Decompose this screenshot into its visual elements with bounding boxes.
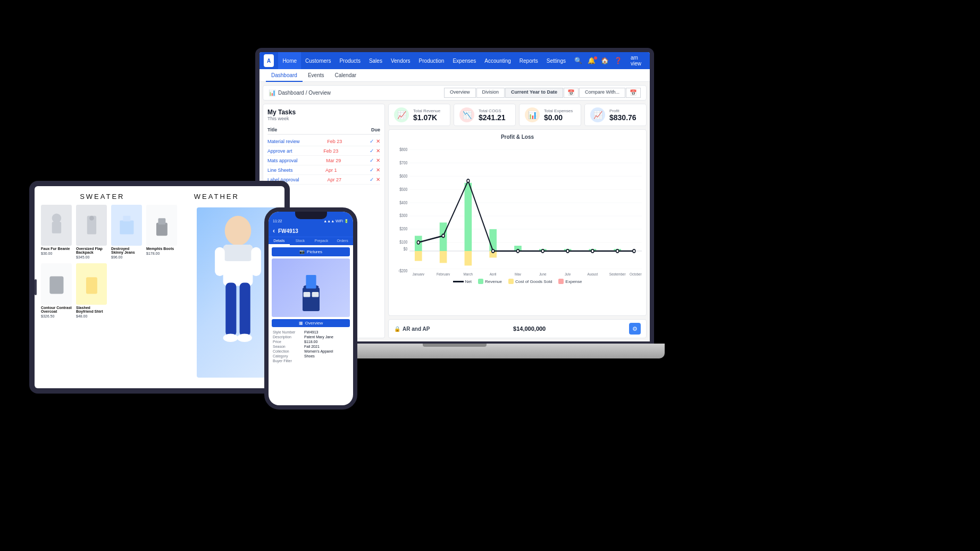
- tablet-product-name-4: Memphis Boots: [146, 247, 177, 251]
- legend-cogs-label: Cost of Goods Sold: [515, 279, 552, 284]
- svg-text:April: April: [490, 271, 497, 276]
- phone-tab-stock[interactable]: Stock: [290, 237, 311, 245]
- tasks-subtitle: This week: [267, 116, 380, 121]
- phone-pictures-btn[interactable]: 📷 Pictures: [272, 247, 350, 256]
- tab-current-ytd[interactable]: Current Year to Date: [505, 88, 563, 98]
- svg-point-34: [442, 234, 445, 237]
- tablet-product-img-2: [76, 205, 107, 246]
- tab-division[interactable]: Division: [476, 88, 505, 98]
- nav-sales[interactable]: Sales: [365, 52, 387, 69]
- tablet-product-price-4: $178.00: [146, 252, 177, 255]
- task-x-icon-5[interactable]: ✕: [376, 177, 380, 182]
- phone-back-btn[interactable]: ‹: [273, 227, 275, 235]
- task-name-2[interactable]: Approve art: [267, 148, 292, 154]
- svg-rect-65: [223, 245, 253, 261]
- svg-point-42: [633, 249, 635, 253]
- legend-expense-color: [558, 279, 564, 284]
- tablet-product-3: Destroyed Skinny Jeans $96.00: [111, 205, 142, 259]
- nav-customers[interactable]: Customers: [301, 52, 335, 69]
- phone-overview-btn[interactable]: ▦ Overview: [272, 319, 350, 327]
- svg-point-40: [591, 249, 594, 253]
- svg-point-36: [492, 249, 495, 253]
- kpi-cogs-value: $241.21: [479, 113, 510, 122]
- nav-home[interactable]: Home: [278, 52, 301, 69]
- legend-net-color: [453, 281, 464, 282]
- calendar2-icon-btn[interactable]: 📅: [626, 88, 641, 98]
- tablet-product-img-5: [41, 263, 72, 304]
- svg-text:$700: $700: [399, 160, 408, 165]
- tablet-product-img-3: [111, 205, 142, 246]
- legend-expense: Expense: [558, 279, 582, 284]
- task-name-1[interactable]: Material review: [267, 139, 300, 144]
- chart-area: Profit & Loss $800 $700 $600 $500 $400: [388, 129, 647, 316]
- nav-production[interactable]: Production: [415, 52, 449, 69]
- task-actions-2: ✓ ✕: [370, 148, 380, 154]
- svg-rect-67: [251, 247, 261, 276]
- svg-text:$200: $200: [399, 227, 408, 232]
- task-check-icon-2[interactable]: ✓: [370, 148, 374, 154]
- tablet-product-2: Oversized Flap Backpack $345.00: [76, 205, 107, 259]
- phone-tab-orders[interactable]: Orders: [332, 237, 353, 245]
- legend-cogs-color: [508, 279, 514, 284]
- svg-rect-58: [123, 216, 130, 221]
- tasks-col-title: Title: [267, 127, 277, 132]
- subnav-events[interactable]: Events: [303, 69, 330, 82]
- task-row-1: Material review Feb 23 ✓ ✕: [267, 137, 380, 146]
- phone-time: 11:22: [273, 219, 282, 223]
- svg-text:May: May: [515, 271, 521, 276]
- task-row-4: Line Sheets Apr 1 ✓ ✕: [267, 165, 380, 175]
- svg-point-37: [517, 249, 520, 253]
- tablet-product-6: Slashed Boyfriend Shirt $48.00: [76, 263, 107, 318]
- phone-tab-details[interactable]: Details: [269, 237, 290, 245]
- nav-expenses[interactable]: Expenses: [448, 52, 480, 69]
- nav-products[interactable]: Products: [335, 52, 364, 69]
- task-x-icon-3[interactable]: ✕: [376, 157, 380, 163]
- lock-icon: 🔒: [394, 326, 400, 332]
- user-menu[interactable]: am view: [626, 52, 646, 69]
- subnav-dashboard[interactable]: Dashboard: [266, 69, 303, 82]
- svg-text:$0: $0: [404, 246, 408, 252]
- phone-notch: [295, 212, 327, 219]
- task-check-icon-5[interactable]: ✓: [370, 177, 374, 182]
- detail-row-desc: Description Patent Mary Jane: [273, 335, 349, 339]
- kpi-cogs-icon: 📉: [459, 107, 474, 122]
- help-icon[interactable]: ❓: [613, 56, 623, 65]
- search-icon[interactable]: 🔍: [573, 56, 583, 65]
- grid-icon: ▦: [299, 321, 303, 325]
- nav-settings[interactable]: Settings: [542, 52, 570, 69]
- task-x-icon-4[interactable]: ✕: [376, 167, 380, 173]
- task-check-icon-3[interactable]: ✓: [370, 157, 374, 163]
- nav-reports[interactable]: Reports: [515, 52, 542, 69]
- tab-overview[interactable]: Overview: [444, 88, 476, 98]
- task-row-2: Approve art Feb 23 ✓ ✕: [267, 146, 380, 156]
- phone-tab-prepack[interactable]: Prepack: [311, 237, 332, 245]
- svg-rect-59: [156, 223, 167, 236]
- task-x-icon-1[interactable]: ✕: [376, 138, 380, 144]
- kpi-cogs-label: Total COGS: [479, 108, 510, 113]
- svg-text:$800: $800: [399, 147, 408, 152]
- home-icon[interactable]: 🏠: [600, 56, 610, 65]
- task-due-2: Feb 23: [323, 148, 338, 154]
- task-check-icon-4[interactable]: ✓: [370, 167, 374, 173]
- task-x-icon-2[interactable]: ✕: [376, 148, 380, 154]
- breadcrumb-bar: 📊 Dashboard / Overview Overview Division…: [263, 85, 647, 101]
- task-check-icon-1[interactable]: ✓: [370, 138, 374, 144]
- nav-vendors[interactable]: Vendors: [387, 52, 415, 69]
- desc-value: Patent Mary Jane: [304, 335, 333, 339]
- subnav-calendar[interactable]: Calendar: [330, 69, 362, 82]
- task-name-3[interactable]: Mats approval: [267, 158, 298, 163]
- nav-accounting[interactable]: Accounting: [480, 52, 515, 69]
- nav-right: Settings 🔍 🔔 🏠 ❓ am view: [542, 52, 646, 69]
- camera-icon: 📷: [299, 249, 305, 254]
- arap-settings-button[interactable]: ⚙: [629, 323, 641, 335]
- task-name-4[interactable]: Line Sheets: [267, 168, 293, 173]
- tablet-product-name-1: Faux Fur Beanie: [41, 247, 72, 251]
- tab-compare[interactable]: Compare With...: [579, 88, 625, 98]
- tablet-product-price-2: $345.00: [76, 255, 107, 259]
- svg-point-56: [89, 216, 94, 221]
- svg-rect-21: [415, 251, 422, 261]
- notification-badge: [594, 56, 597, 60]
- calendar-icon-btn[interactable]: 📅: [564, 88, 579, 98]
- phone-frame: 11:22 ▲▲▲ WiFi 🔋 ‹ FW4913 Details Stock …: [264, 207, 357, 410]
- sub-nav: Dashboard Events Calendar: [259, 69, 650, 82]
